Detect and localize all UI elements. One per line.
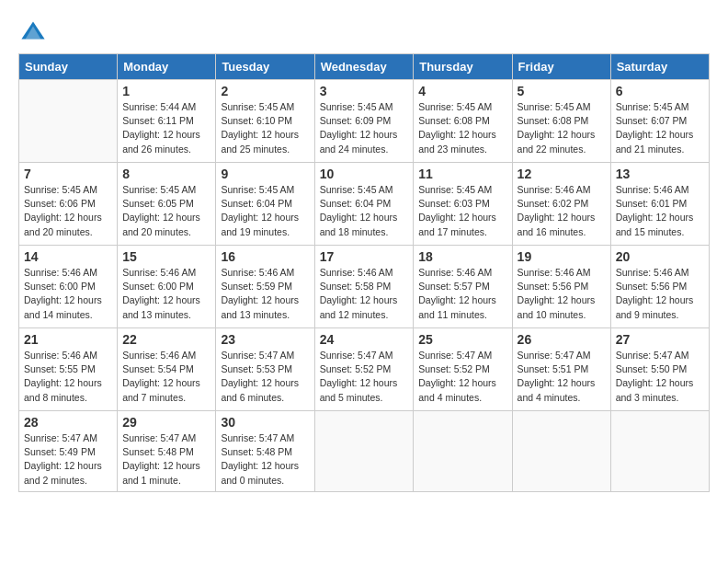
day-detail: Sunrise: 5:45 AM Sunset: 6:07 PM Dayligh… (616, 100, 704, 156)
logo-icon (20, 18, 46, 44)
day-header-sunday: Sunday (19, 54, 118, 80)
day-detail: Sunrise: 5:47 AM Sunset: 5:50 PM Dayligh… (616, 349, 704, 405)
calendar-cell: 4Sunrise: 5:45 AM Sunset: 6:08 PM Daylig… (414, 80, 512, 163)
calendar-cell: 6Sunrise: 5:45 AM Sunset: 6:07 PM Daylig… (610, 80, 709, 163)
day-number: 19 (518, 249, 606, 264)
day-header-thursday: Thursday (414, 54, 512, 80)
day-detail: Sunrise: 5:47 AM Sunset: 5:51 PM Dayligh… (518, 349, 606, 405)
day-detail: Sunrise: 5:46 AM Sunset: 6:02 PM Dayligh… (518, 183, 606, 239)
day-header-monday: Monday (118, 54, 216, 80)
day-detail: Sunrise: 5:46 AM Sunset: 6:00 PM Dayligh… (122, 266, 210, 322)
calendar-cell: 17Sunrise: 5:46 AM Sunset: 5:58 PM Dayli… (314, 246, 414, 328)
day-detail: Sunrise: 5:47 AM Sunset: 5:48 PM Dayligh… (221, 431, 309, 488)
day-number: 18 (418, 249, 506, 264)
day-number: 11 (418, 167, 506, 181)
day-number: 23 (221, 332, 309, 347)
calendar-cell: 24Sunrise: 5:47 AM Sunset: 5:52 PM Dayli… (314, 328, 414, 411)
day-detail: Sunrise: 5:46 AM Sunset: 5:59 PM Dayligh… (221, 266, 309, 322)
calendar-cell: 13Sunrise: 5:46 AM Sunset: 6:01 PM Dayli… (610, 163, 709, 246)
calendar-cell: 23Sunrise: 5:47 AM Sunset: 5:53 PM Dayli… (216, 328, 314, 411)
day-header-tuesday: Tuesday (216, 54, 314, 80)
calendar-cell: 22Sunrise: 5:46 AM Sunset: 5:54 PM Dayli… (118, 328, 216, 411)
day-detail: Sunrise: 5:46 AM Sunset: 6:00 PM Dayligh… (24, 266, 112, 322)
calendar-cell: 29Sunrise: 5:47 AM Sunset: 5:48 PM Dayli… (118, 411, 216, 492)
calendar-table: SundayMondayTuesdayWednesdayThursdayFrid… (18, 53, 710, 492)
calendar-cell: 2Sunrise: 5:45 AM Sunset: 6:10 PM Daylig… (216, 80, 314, 163)
calendar-cell: 3Sunrise: 5:45 AM Sunset: 6:09 PM Daylig… (314, 80, 414, 163)
day-detail: Sunrise: 5:45 AM Sunset: 6:08 PM Dayligh… (418, 100, 506, 156)
day-detail: Sunrise: 5:45 AM Sunset: 6:09 PM Dayligh… (320, 100, 409, 156)
day-header-friday: Friday (512, 54, 610, 80)
day-number: 29 (122, 415, 210, 430)
calendar-cell: 21Sunrise: 5:46 AM Sunset: 5:55 PM Dayli… (19, 328, 118, 411)
day-detail: Sunrise: 5:46 AM Sunset: 5:56 PM Dayligh… (616, 266, 704, 322)
calendar-cell: 11Sunrise: 5:45 AM Sunset: 6:03 PM Dayli… (414, 163, 512, 246)
day-detail: Sunrise: 5:46 AM Sunset: 5:57 PM Dayligh… (418, 266, 506, 322)
day-number: 4 (418, 84, 506, 98)
calendar-cell: 30Sunrise: 5:47 AM Sunset: 5:48 PM Dayli… (216, 411, 314, 492)
day-detail: Sunrise: 5:46 AM Sunset: 5:56 PM Dayligh… (518, 266, 606, 322)
calendar-cell: 15Sunrise: 5:46 AM Sunset: 6:00 PM Dayli… (118, 246, 216, 328)
calendar-cell: 27Sunrise: 5:47 AM Sunset: 5:50 PM Dayli… (610, 328, 709, 411)
day-detail: Sunrise: 5:45 AM Sunset: 6:04 PM Dayligh… (221, 183, 309, 239)
day-detail: Sunrise: 5:47 AM Sunset: 5:53 PM Dayligh… (221, 349, 309, 405)
week-row-4: 21Sunrise: 5:46 AM Sunset: 5:55 PM Dayli… (19, 328, 710, 411)
day-detail: Sunrise: 5:45 AM Sunset: 6:04 PM Dayligh… (320, 183, 409, 239)
day-number: 5 (518, 84, 606, 98)
calendar-cell: 8Sunrise: 5:45 AM Sunset: 6:05 PM Daylig… (118, 163, 216, 246)
day-number: 13 (616, 167, 704, 181)
day-detail: Sunrise: 5:45 AM Sunset: 6:10 PM Dayligh… (221, 100, 309, 156)
day-header-wednesday: Wednesday (314, 54, 414, 80)
day-number: 25 (418, 332, 506, 347)
day-number: 1 (122, 84, 210, 98)
day-number: 15 (122, 249, 210, 264)
calendar-cell (512, 411, 610, 492)
day-detail: Sunrise: 5:45 AM Sunset: 6:05 PM Dayligh… (122, 183, 210, 239)
day-number: 27 (616, 332, 704, 347)
header (18, 18, 710, 44)
day-detail: Sunrise: 5:46 AM Sunset: 5:58 PM Dayligh… (320, 266, 409, 322)
week-row-2: 7Sunrise: 5:45 AM Sunset: 6:06 PM Daylig… (19, 163, 710, 246)
day-detail: Sunrise: 5:47 AM Sunset: 5:49 PM Dayligh… (24, 431, 112, 488)
calendar-cell: 1Sunrise: 5:44 AM Sunset: 6:11 PM Daylig… (118, 80, 216, 163)
calendar-cell: 18Sunrise: 5:46 AM Sunset: 5:57 PM Dayli… (414, 246, 512, 328)
day-number: 24 (320, 332, 409, 347)
calendar-cell: 9Sunrise: 5:45 AM Sunset: 6:04 PM Daylig… (216, 163, 314, 246)
day-number: 8 (122, 167, 210, 181)
day-detail: Sunrise: 5:45 AM Sunset: 6:08 PM Dayligh… (518, 100, 606, 156)
day-detail: Sunrise: 5:46 AM Sunset: 5:55 PM Dayligh… (24, 349, 112, 405)
day-number: 20 (616, 249, 704, 264)
week-row-1: 1Sunrise: 5:44 AM Sunset: 6:11 PM Daylig… (19, 80, 710, 163)
calendar-cell: 28Sunrise: 5:47 AM Sunset: 5:49 PM Dayli… (19, 411, 118, 492)
day-number: 6 (616, 84, 704, 98)
day-detail: Sunrise: 5:44 AM Sunset: 6:11 PM Dayligh… (122, 100, 210, 156)
days-header-row: SundayMondayTuesdayWednesdayThursdayFrid… (19, 54, 710, 80)
day-number: 10 (320, 167, 409, 181)
day-detail: Sunrise: 5:45 AM Sunset: 6:03 PM Dayligh… (418, 183, 506, 239)
day-detail: Sunrise: 5:46 AM Sunset: 6:01 PM Dayligh… (616, 183, 704, 239)
logo (18, 18, 46, 44)
day-number: 12 (518, 167, 606, 181)
day-detail: Sunrise: 5:45 AM Sunset: 6:06 PM Dayligh… (24, 183, 112, 239)
day-number: 16 (221, 249, 309, 264)
day-number: 7 (24, 167, 112, 181)
calendar-cell (610, 411, 709, 492)
calendar-cell: 20Sunrise: 5:46 AM Sunset: 5:56 PM Dayli… (610, 246, 709, 328)
day-detail: Sunrise: 5:47 AM Sunset: 5:52 PM Dayligh… (418, 349, 506, 405)
calendar-cell (314, 411, 414, 492)
calendar-cell: 19Sunrise: 5:46 AM Sunset: 5:56 PM Dayli… (512, 246, 610, 328)
calendar-cell: 5Sunrise: 5:45 AM Sunset: 6:08 PM Daylig… (512, 80, 610, 163)
day-number: 3 (320, 84, 409, 98)
day-number: 14 (24, 249, 112, 264)
day-number: 30 (221, 415, 309, 430)
calendar-cell (19, 80, 118, 163)
week-row-3: 14Sunrise: 5:46 AM Sunset: 6:00 PM Dayli… (19, 246, 710, 328)
day-number: 26 (518, 332, 606, 347)
calendar-cell (414, 411, 512, 492)
calendar-cell: 7Sunrise: 5:45 AM Sunset: 6:06 PM Daylig… (19, 163, 118, 246)
day-number: 22 (122, 332, 210, 347)
day-number: 17 (320, 249, 409, 264)
day-number: 2 (221, 84, 309, 98)
calendar-cell: 12Sunrise: 5:46 AM Sunset: 6:02 PM Dayli… (512, 163, 610, 246)
calendar-cell: 25Sunrise: 5:47 AM Sunset: 5:52 PM Dayli… (414, 328, 512, 411)
